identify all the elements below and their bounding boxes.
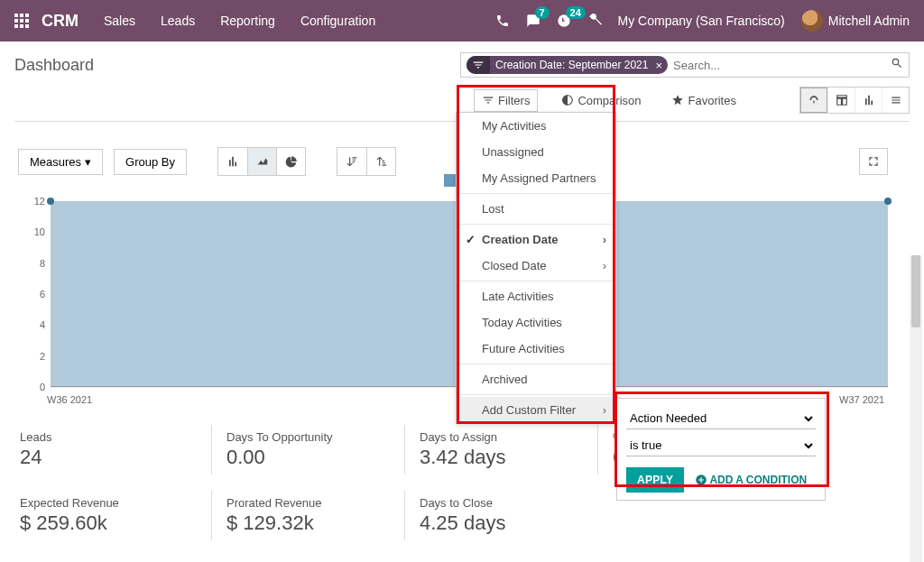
filter-future-activities[interactable]: Future Activities [457,336,615,362]
y-tick: 10 [34,226,45,237]
y-tick: 6 [40,289,45,299]
facet-label: Creation Date: September 2021 [490,59,653,71]
comparison-toggle[interactable]: Comparison [554,89,648,112]
chart-type-group [217,147,306,176]
y-tick: 0 [40,382,45,392]
y-tick: 4 [40,319,45,330]
filter-add-custom[interactable]: Add Custom Filter [457,397,615,423]
tile-days-close[interactable]: Days to Close4.25 days [404,491,597,540]
x-tick: W36 2021 [47,394,92,405]
user-name: Mitchell Admin [828,14,910,28]
avatar [801,10,823,32]
chart-pie-button[interactable] [276,148,305,175]
sort-group [337,147,396,176]
nav-menu: Sales Leads Reporting Configuration [104,14,375,28]
view-switcher [799,87,910,114]
chart-point[interactable] [884,198,892,205]
nav-configuration[interactable]: Configuration [300,14,375,28]
tile-prorated-revenue[interactable]: Prorated Revenue$ 129.32k [211,491,404,540]
tile-days-assign[interactable]: Days to Assign3.42 days [404,425,597,474]
filter-field-select[interactable]: Action Needed [626,408,816,429]
plus-circle-icon [695,474,707,486]
filter-icon [467,56,490,74]
filter-late-activities[interactable]: Late Activities [457,283,615,309]
custom-filter-panel: Action Needed is true APPLY ADD A CONDIT… [616,398,826,501]
app-brand[interactable]: CRM [42,12,79,31]
sort-desc-button[interactable] [337,148,366,175]
apply-button[interactable]: APPLY [626,467,684,493]
search-box[interactable]: Creation Date: September 2021 × [460,52,910,78]
nav-sales[interactable]: Sales [104,14,135,28]
scrollbar[interactable] [910,255,922,562]
add-condition-button[interactable]: ADD A CONDITION [695,474,807,486]
tile-days-opportunity[interactable]: Days To Opportunity0.00 [211,425,404,474]
groupby-button[interactable]: Group By [114,149,187,175]
caret-down-icon: ▾ [85,155,91,169]
filters-toggle[interactable]: Filters [474,89,538,112]
x-tick: W37 2021 [839,394,884,405]
search-facet: Creation Date: September 2021 × [467,56,668,74]
messages-icon[interactable]: 7 [526,14,541,28]
filter-operator-select[interactable]: is true [626,435,816,456]
y-tick: 2 [40,351,45,362]
filter-today-activities[interactable]: Today Activities [457,309,615,336]
filter-archived[interactable]: Archived [457,366,615,392]
chart-area-button[interactable] [247,148,276,175]
debug-icon[interactable] [587,14,602,28]
filter-closed-date[interactable]: Closed Date [457,253,615,279]
filter-lost[interactable]: Lost [457,196,615,222]
view-graph-button[interactable] [855,88,882,113]
area-chart: 024681012 W36 2021W37 2021 [22,201,888,405]
search-input[interactable] [673,59,903,72]
filter-my-activities[interactable]: My Activities [457,113,615,139]
filter-my-assigned-partners[interactable]: My Assigned Partners [457,165,615,191]
chart-bar-button[interactable] [218,148,247,175]
facet-remove-icon[interactable]: × [653,59,668,72]
favorites-toggle[interactable]: Favorites [664,89,743,112]
tile-leads[interactable]: Leads24 [18,425,211,474]
nav-reporting[interactable]: Reporting [220,14,275,28]
nav-leads[interactable]: Leads [161,14,195,28]
y-tick: 8 [40,258,45,269]
search-icon[interactable] [891,57,903,69]
view-dashboard-button[interactable] [800,88,827,113]
phone-icon[interactable] [495,14,510,28]
user-menu[interactable]: Mitchell Admin [801,10,910,32]
fullscreen-button[interactable] [859,148,888,175]
top-navbar: CRM Sales Leads Reporting Configuration … [0,0,924,41]
chart-point[interactable] [47,198,54,205]
measures-button[interactable]: Measures▾ [18,149,103,175]
tile-expected-revenue[interactable]: Expected Revenue$ 259.60k [18,491,211,540]
sort-asc-button[interactable] [366,148,395,175]
activities-icon[interactable]: 24 [557,14,571,28]
y-tick: 12 [34,196,45,207]
view-list-button[interactable] [882,88,909,113]
filter-unassigned[interactable]: Unassigned [457,139,615,165]
company-switcher[interactable]: My Company (San Francisco) [618,14,785,28]
apps-icon[interactable] [14,14,29,28]
view-pivot-button[interactable] [827,88,855,113]
filter-creation-date[interactable]: Creation Date [457,226,615,253]
messages-badge: 7 [535,6,550,19]
activities-badge: 24 [566,6,586,19]
page-title: Dashboard [14,56,94,75]
filters-dropdown: My Activities Unassigned My Assigned Par… [456,112,616,424]
search-options: Filters Comparison Favorites [474,89,744,112]
